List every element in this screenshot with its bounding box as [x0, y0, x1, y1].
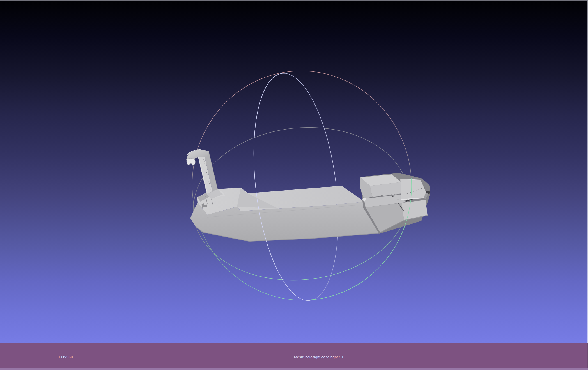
mesh-name-label: Mesh: holosight case right.STL — [294, 355, 346, 359]
status-bar-right-shade — [587, 343, 588, 370]
bottom-strip — [0, 368, 588, 370]
window-top-border — [0, 0, 588, 1]
trackball-front-arc-blue — [254, 73, 310, 300]
wedge-top-face — [402, 200, 428, 220]
meshlab-viewport-window: FOV: 60 FPS: 70.4 BO_RENDERING Mesh: hol… — [0, 0, 588, 370]
hook-cap-end-face — [187, 158, 195, 165]
status-bar: FOV: 60 FPS: 70.4 BO_RENDERING Mesh: hol… — [0, 343, 588, 368]
mesh-model — [186, 150, 430, 241]
fov-label: FOV: 60 — [59, 355, 89, 359]
gl-3d-canvas[interactable] — [0, 0, 588, 370]
hud-render-info: FOV: 60 FPS: 70.4 BO_RENDERING — [59, 345, 89, 370]
hud-mesh-info: Mesh: holosight case right.STL Vertices:… — [294, 345, 346, 370]
